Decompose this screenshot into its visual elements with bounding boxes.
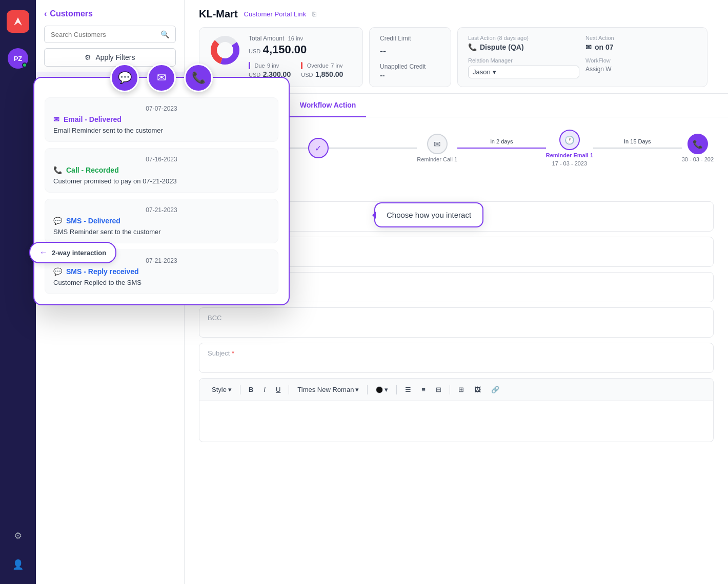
timeline-entry: 07-21-2023 💬 SMS - Delivered SMS Reminde… — [45, 199, 278, 243]
wf-date-active: 17 - 03 - 2023 — [552, 160, 588, 166]
wf-days-future-label: In 15 Days — [624, 138, 651, 144]
color-circle — [376, 386, 383, 393]
bcc-field[interactable]: BCC — [199, 307, 714, 338]
customers-title: Customers — [50, 9, 93, 18]
subject-input[interactable] — [208, 358, 705, 366]
wf-date-future: 30 - 03 - 202 — [682, 156, 714, 162]
link-button[interactable]: 🔗 — [487, 384, 503, 395]
wf-circle-active: 🕐 — [559, 130, 580, 150]
timeline-description: Customer Replied to the SMS — [53, 279, 270, 286]
chevron-down-icon: ▾ — [493, 68, 496, 76]
last-action-value: 📞 Dispute (QA) — [468, 43, 579, 51]
align-button[interactable]: ⊟ — [432, 384, 446, 395]
overdue-bar — [301, 62, 302, 69]
timeline-type: 💬 SMS - Reply received — [53, 267, 270, 276]
next-action-col: Next Action ✉ on 07 — [585, 35, 697, 51]
bold-button[interactable]: B — [245, 384, 257, 395]
online-indicator — [22, 62, 27, 68]
font-dropdown[interactable]: Times New Roman ▾ — [293, 384, 363, 395]
style-dropdown[interactable]: Style ▾ — [208, 384, 236, 395]
phone-icon-button[interactable]: 📞 — [184, 64, 213, 92]
toolbar-divider — [367, 385, 368, 394]
settings-icon[interactable]: ⚙ — [9, 527, 27, 545]
two-way-badge: ← 2-way interaction — [29, 242, 116, 263]
search-input[interactable] — [51, 31, 160, 38]
next-action-value: ✉ on 07 — [585, 43, 697, 51]
timeline-description: Customer promised to pay on 07-21-2023 — [53, 177, 270, 185]
toolbar-divider — [289, 385, 289, 394]
chevron-down-icon: ▾ — [385, 386, 388, 393]
search-box[interactable]: 🔍 — [44, 26, 176, 43]
pie-chart — [210, 35, 240, 66]
italic-button[interactable]: I — [259, 384, 270, 395]
workflow-col: WorkFlow Assign W — [585, 57, 697, 78]
timeline-popup: 💬 ✉ 📞 07-07-2023 ✉ Email - Delivered Ema… — [33, 77, 290, 305]
back-button[interactable]: ‹ Customers — [44, 9, 176, 18]
credit-limit-value: -- — [380, 46, 440, 57]
svg-marker-0 — [14, 17, 22, 26]
filter-icon: ⚙ — [85, 53, 91, 61]
toolbar-divider — [396, 385, 397, 394]
underline-button[interactable]: U — [272, 384, 285, 395]
user-icon[interactable]: 👤 — [9, 555, 27, 574]
relation-manager-select[interactable]: Jason ▾ — [468, 66, 579, 78]
timeline-date: 07-16-2023 — [53, 156, 270, 163]
sidebar: PZ ⚙ 👤 — [0, 0, 36, 584]
overdue-item: Overdue 7 inv USD 1,850.00 — [301, 60, 343, 79]
customer-title: KL-Mart — [199, 8, 238, 20]
unordered-list-button[interactable]: ☰ — [401, 384, 415, 395]
timeline-type: 💬 SMS - Delivered — [53, 217, 270, 225]
wf-circle-done: ✓ — [308, 138, 329, 158]
wf-days-label: in 2 days — [490, 138, 513, 144]
total-amount-label: Total Amount 16 inv — [249, 35, 352, 42]
email-delivered-icon: ✉ — [53, 115, 59, 123]
wf-step-label-reminder-call: Reminder Call 1 — [417, 156, 457, 162]
timeline-date: 07-07-2023 — [53, 105, 270, 112]
avatar[interactable]: PZ — [8, 48, 28, 69]
table-button[interactable]: ⊞ — [454, 384, 468, 395]
wf-circle-phone-active: 📞 — [687, 134, 708, 154]
wf-line-2 — [329, 148, 417, 149]
filter-label: Apply Filters — [95, 53, 135, 61]
sms-reply-icon: 💬 — [53, 267, 62, 276]
phone-icon: 📞 — [468, 43, 477, 51]
wf-line-3: In 15 Days — [593, 148, 682, 149]
chat-icon-button[interactable]: 💬 — [110, 64, 139, 92]
subject-label: Subject — [208, 349, 705, 357]
email-icon-button[interactable]: ✉ — [147, 64, 176, 92]
timeline-description: Email Reminder sent to the customer — [53, 127, 270, 134]
image-button[interactable]: 🖼 — [470, 384, 485, 395]
wf-line-active: in 2 days — [457, 148, 546, 149]
call-icon: 📞 — [53, 166, 62, 174]
back-arrow-icon: ‹ — [44, 9, 47, 18]
timeline-type: ✉ Email - Delivered — [53, 115, 270, 123]
unapplied-credit: Unapplied Credit -- — [380, 63, 440, 79]
wf-step-phone-active: 📞 30 - 03 - 202 — [682, 134, 714, 162]
two-way-label: 2-way interaction — [52, 249, 106, 257]
arrow-icon: ← — [39, 248, 48, 257]
ordered-list-button[interactable]: ≡ — [417, 384, 430, 395]
email-icon: ✉ — [585, 43, 592, 51]
tab-workflow-action[interactable]: Workflow Action — [290, 94, 367, 117]
last-action-col: Last Action (8 days ago) 📞 Dispute (QA) — [468, 35, 579, 51]
portal-link[interactable]: Customer Portal Link — [244, 10, 306, 18]
rte-toolbar: Style ▾ B I U Times New Roman ▾ — [199, 378, 714, 401]
subject-field[interactable]: Subject — [199, 343, 714, 373]
search-icon: 🔍 — [160, 30, 169, 38]
wf-step-email: ✉ Reminder Call 1 — [417, 134, 457, 162]
wf-step-done: ✓ — [308, 138, 329, 158]
color-picker[interactable]: ▾ — [372, 384, 392, 395]
rte-body[interactable] — [199, 401, 714, 442]
credit-limit-label: Credit Limit — [380, 35, 440, 42]
interaction-icons-row: 💬 ✉ 📞 — [34, 64, 289, 92]
copy-icon[interactable]: ⎘ — [312, 10, 316, 18]
action-info-card: Last Action (8 days ago) 📞 Dispute (QA) … — [457, 27, 707, 87]
timeline-date: 07-21-2023 — [53, 206, 270, 214]
timeline-entries: 07-07-2023 ✉ Email - Delivered Email Rem… — [34, 97, 289, 294]
timeline-type: 📞 Call - Recorded — [53, 166, 270, 174]
sms-icon: 💬 — [53, 217, 62, 225]
choose-interaction-tooltip: Choose how you interact — [374, 202, 483, 227]
bcc-input[interactable] — [208, 322, 705, 330]
chevron-down-icon: ▾ — [355, 386, 359, 393]
relation-col: Relation Manager Jason ▾ — [468, 57, 579, 78]
